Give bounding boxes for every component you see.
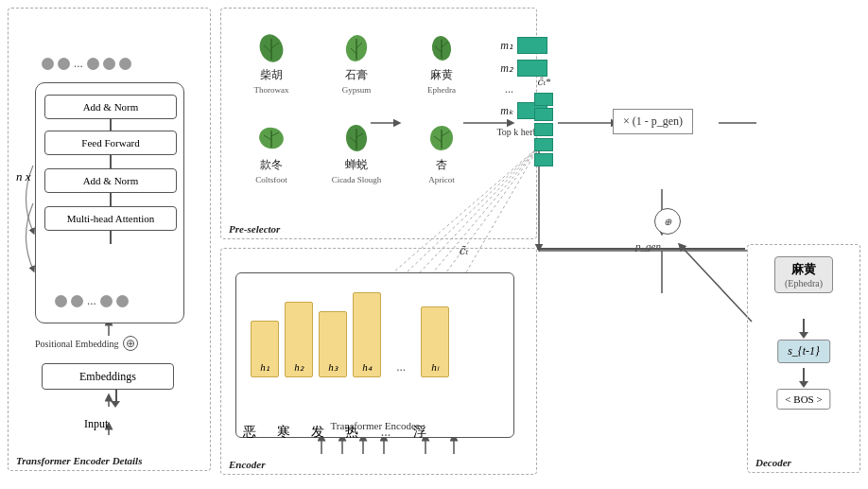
ct-bar-4 — [534, 138, 553, 151]
pgen-label: ⊕ — [664, 217, 671, 227]
h-box-2: h₂ — [285, 302, 313, 377]
topk-row-2: m₂ — [491, 60, 547, 77]
topk-label-1: m₁ — [491, 39, 513, 53]
ct-bar-3 — [534, 123, 553, 136]
decoder-bos-box: < BOS > — [776, 389, 830, 410]
add-norm-top: Add & Norm — [44, 95, 177, 119]
pos-embed-row: Positional Embedding ⊕ — [35, 336, 138, 351]
char-3: 发 — [304, 424, 332, 441]
herb-apricot: 杏 Apricot — [399, 108, 484, 198]
char-4: 热 — [338, 424, 366, 441]
preselector-title: Pre-selector — [229, 223, 280, 235]
svg-line-23 — [681, 246, 752, 322]
circle1 — [42, 58, 54, 70]
encoder-input-chars: 恶 寒 发 热 ... 浮 — [235, 424, 434, 441]
encoder-detail-title: Transformer Encoder Details — [16, 455, 142, 466]
line-3 — [110, 193, 112, 206]
feed-forward-layer: Feed Forward — [44, 131, 177, 155]
herb-ephedra: 麻黄 Ephedra — [399, 18, 484, 108]
add-norm-bottom: Add & Norm — [44, 168, 177, 193]
topk-row-1: m₁ — [491, 37, 547, 54]
embed-arrow — [115, 390, 117, 401]
topk-bar-2 — [517, 60, 547, 77]
herb-apricot-en: Apricot — [428, 175, 455, 184]
topk-bar-1 — [517, 37, 547, 54]
pgen-circle: ⊕ — [654, 208, 681, 235]
circle2 — [58, 58, 70, 70]
herb-coltsfoot: 款冬 Coltsfoot — [229, 108, 314, 198]
horiz-line-ct — [537, 248, 745, 250]
leaf-ephedra-icon — [425, 31, 459, 65]
h-box-1: h₁ — [251, 321, 279, 377]
embeddings-box: Embeddings — [42, 363, 174, 390]
panel-encoder: Encoder Transformer Encoder h₁ h₂ h₃ h₄ … — [220, 248, 537, 475]
decoder-herb-output: 麻黄 (Ephedra) — [774, 256, 833, 293]
herb-cicada: 蝉蜕 Cicada Slough — [314, 108, 399, 198]
decoder-arrowhead-2 — [799, 381, 808, 388]
encoder-title: Encoder — [229, 459, 266, 470]
ct-bar-5 — [534, 153, 553, 166]
topk-dots: ... — [491, 82, 513, 96]
input-label: Input — [84, 417, 108, 431]
output-circles: ... — [42, 56, 131, 71]
decoder-herb-cn: 麻黄 — [785, 261, 823, 278]
ct-bar-2 — [534, 108, 553, 121]
ct-lower-label: c̄ₜ — [459, 244, 468, 258]
embed-arrowhead — [111, 401, 120, 408]
panel-decoder: Decoder 麻黄 (Ephedra) s_{t-1} < BOS > — [747, 244, 860, 473]
char-1: 恶 — [235, 424, 264, 441]
topk-label-k: mₖ — [491, 104, 513, 118]
h-box-3: h₃ — [319, 311, 347, 377]
h-dots: ... — [387, 330, 415, 377]
herb-grid: 柴胡 Thorowax 石膏 Gypsum — [229, 18, 484, 198]
leaf-coltsfoot-icon — [254, 121, 288, 155]
herb-cicada-cn: 蝉蜕 — [345, 157, 368, 173]
panel-preselector: Pre-selector 柴胡 Thorowax — [220, 8, 537, 239]
line-1 — [110, 119, 112, 131]
line-2 — [110, 155, 112, 168]
ct-vector: c̄ₜ* — [534, 76, 553, 166]
herb-cicada-en: Cicada Slough — [332, 175, 382, 184]
topk-label-2: m₂ — [491, 61, 513, 76]
herb-gypsum-en: Gypsum — [342, 85, 372, 95]
ct-arrow-label: c̄ₜ* — [537, 76, 550, 88]
decoder-title: Decoder — [755, 457, 791, 468]
herb-coltsfoot-cn: 款冬 — [260, 157, 283, 173]
herb-coltsfoot-en: Coltsfoot — [255, 175, 287, 184]
plus-circle: ⊕ — [123, 336, 138, 351]
herb-ephedra-en: Ephedra — [427, 85, 456, 95]
leaf-thorowax-icon — [254, 31, 288, 65]
leaf-apricot-icon — [425, 121, 459, 155]
decoder-arrowhead-1 — [799, 332, 808, 339]
herb-apricot-cn: 杏 — [436, 157, 447, 173]
h-boxes-row: h₁ h₂ h₃ h₄ ... hₗ — [251, 292, 449, 377]
leaf-gypsum-icon — [339, 31, 373, 65]
circle3 — [87, 58, 99, 70]
decoder-arrow-2 — [803, 368, 805, 381]
h-box-l: hₗ — [421, 306, 449, 377]
encoder-arch-box: Add & Norm Feed Forward Add & Norm Multi… — [35, 82, 184, 323]
herb-thorowax-cn: 柴胡 — [260, 67, 283, 83]
panel-encoder-detail: Transformer Encoder Details n x ... Add … — [8, 8, 211, 471]
herb-thorowax-en: Thorowax — [254, 85, 289, 95]
circle4 — [103, 58, 115, 70]
circle5 — [119, 58, 131, 70]
herb-gypsum: 石膏 Gypsum — [314, 18, 399, 108]
pos-embed-label: Positional Embedding — [35, 339, 119, 349]
herb-ephedra-cn: 麻黄 — [430, 67, 453, 83]
h-box-4: h₄ — [353, 292, 381, 377]
char-last: 浮 — [406, 424, 434, 441]
circles-dots: ... — [74, 56, 83, 71]
char-2: 寒 — [269, 424, 298, 441]
transformer-encoder-box: Transformer Encoder h₁ h₂ h₃ h₄ ... hₗ — [235, 272, 514, 438]
herb-gypsum-cn: 石膏 — [345, 67, 368, 83]
nx-label: n x — [16, 169, 31, 184]
decoder-herb-en: (Ephedra) — [785, 278, 823, 288]
herb-thorowax: 柴胡 Thorowax — [229, 18, 314, 108]
decoder-s-box: s_{t-1} — [777, 340, 830, 363]
ct-bar-1 — [534, 93, 553, 106]
leaf-cicada-icon — [339, 121, 373, 155]
char-dots: ... — [372, 425, 400, 440]
multihead-attention-layer: Multi-head Attention — [44, 206, 177, 231]
pgen-text-label: p_gen — [635, 240, 661, 252]
